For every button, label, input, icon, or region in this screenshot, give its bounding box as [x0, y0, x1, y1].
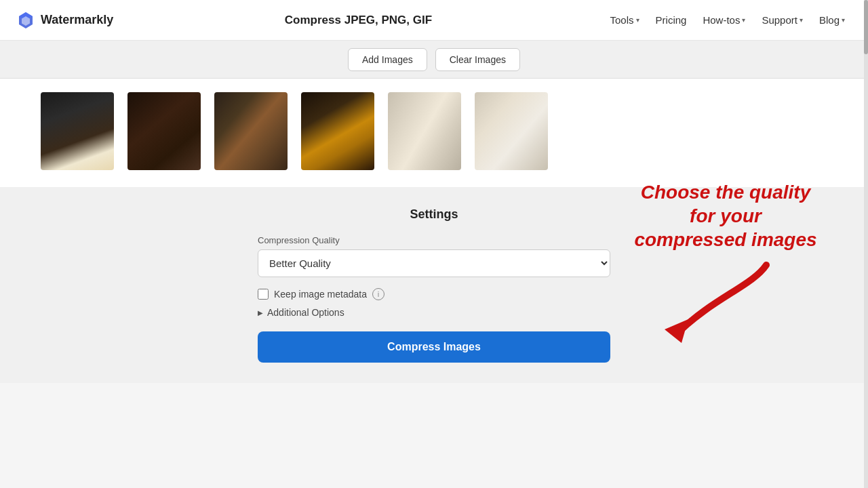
scrollbar[interactable] — [864, 0, 868, 488]
settings-title: Settings — [258, 207, 610, 222]
chevron-down-icon-3: ▾ — [800, 16, 803, 24]
compression-quality-select[interactable]: Better Quality Balanced Smaller Size — [258, 249, 610, 277]
images-area — [0, 79, 868, 187]
nav-blog[interactable]: Blog ▾ — [812, 10, 852, 30]
info-icon[interactable]: i — [372, 288, 384, 300]
nav-title: Compress JPEG, PNG, GIF — [285, 14, 432, 27]
image-thumb-3[interactable] — [214, 92, 288, 170]
nav-tools[interactable]: Tools ▾ — [604, 10, 646, 30]
image-thumb-2[interactable] — [127, 92, 201, 170]
keep-metadata-row: Keep image metadata i — [258, 288, 610, 300]
compression-quality-label: Compression Quality — [258, 235, 610, 245]
nav-right: Tools ▾ Pricing How-tos ▾ Support ▾ Blog… — [604, 10, 852, 30]
additional-options-label: Additional Options — [267, 307, 344, 318]
image-thumb-5[interactable] — [388, 92, 461, 170]
logo-icon — [16, 11, 35, 30]
nav-howtos-label: How-tos — [703, 14, 740, 26]
logo[interactable]: Watermarkly — [16, 11, 113, 30]
keep-metadata-label: Keep image metadata — [274, 289, 367, 300]
compression-quality-group: Compression Quality Better Quality Balan… — [258, 235, 610, 277]
nav-support[interactable]: Support ▾ — [755, 10, 810, 30]
chevron-down-icon: ▾ — [636, 16, 639, 24]
nav-tools-label: Tools — [610, 14, 634, 26]
nav-support-label: Support — [762, 14, 797, 26]
images-section — [0, 79, 868, 187]
image-thumb-6[interactable] — [475, 92, 548, 170]
chevron-down-icon-2: ▾ — [742, 16, 745, 24]
image-thumb-1[interactable] — [41, 92, 114, 170]
nav-center: Compress JPEG, PNG, GIF — [140, 14, 576, 27]
add-images-button[interactable]: Add Images — [348, 48, 427, 71]
header: Watermarkly Compress JPEG, PNG, GIF Tool… — [0, 0, 868, 41]
main-content: Settings Compression Quality Better Qual… — [0, 79, 868, 383]
scrollbar-thumb[interactable] — [864, 0, 868, 54]
toolbar: Add Images Clear Images — [0, 41, 868, 79]
chevron-down-icon-4: ▾ — [842, 16, 845, 24]
logo-text: Watermarkly — [41, 13, 113, 27]
nav-pricing[interactable]: Pricing — [649, 10, 694, 30]
compress-images-button[interactable]: Compress Images — [258, 331, 610, 363]
settings-section: Settings Compression Quality Better Qual… — [0, 187, 868, 383]
additional-options-toggle[interactable]: ▶ Additional Options — [258, 307, 610, 318]
image-thumb-4[interactable] — [301, 92, 374, 170]
nav-blog-label: Blog — [819, 14, 840, 26]
settings-box: Settings Compression Quality Better Qual… — [258, 207, 610, 363]
triangle-icon: ▶ — [258, 309, 263, 317]
clear-images-button[interactable]: Clear Images — [435, 48, 520, 71]
nav-howtos[interactable]: How-tos ▾ — [696, 10, 752, 30]
nav-pricing-label: Pricing — [656, 14, 687, 26]
keep-metadata-checkbox[interactable] — [258, 289, 269, 300]
settings-container: Settings Compression Quality Better Qual… — [14, 207, 854, 363]
